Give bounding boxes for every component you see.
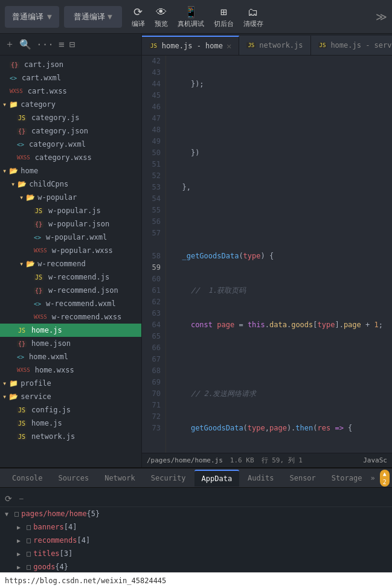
folder-profile[interactable]: ▾ 📁 profile bbox=[0, 377, 141, 390]
list-item[interactable]: {} cart.json bbox=[0, 58, 141, 71]
url-bar: https://blog.csdn.net/weixin_45824445 bbox=[0, 572, 392, 588]
preview-icon: 👁 bbox=[156, 5, 167, 18]
code-line bbox=[171, 216, 387, 228]
checkbox-icon: □ bbox=[27, 523, 31, 531]
appdata-item[interactable]: ▶ □ goods {4} bbox=[0, 560, 392, 572]
list-item[interactable]: WXSS w-recommend.wxss bbox=[0, 310, 141, 324]
list-item[interactable]: JS home.js bbox=[0, 417, 141, 430]
tab-home-js-home[interactable]: JS home.js - home ✕ bbox=[142, 36, 239, 55]
device-debug-button[interactable]: 📱 真机调试 bbox=[178, 5, 204, 28]
add-file-icon[interactable]: ＋ bbox=[5, 38, 14, 51]
tab-security[interactable]: Security bbox=[144, 470, 193, 487]
checkbox-icon: □ bbox=[27, 549, 31, 558]
chevron-down-icon: ▾ bbox=[2, 392, 7, 401]
chevron-right-icon: ▾ bbox=[2, 379, 7, 388]
code-line: }); bbox=[171, 78, 387, 90]
appdata-item[interactable]: ▶ □ titles [3] bbox=[0, 547, 392, 560]
json-icon: {} bbox=[17, 128, 27, 135]
appdata-item[interactable]: ▼ □ pages/home/home {5} bbox=[0, 507, 392, 520]
collapse-icon[interactable]: ⊟ bbox=[69, 39, 76, 50]
code-editor[interactable]: 42 43 44 45 46 47 48 49 50 51 52 53 54 5… bbox=[142, 56, 392, 453]
folder-w-recommend[interactable]: ▾ 📂 w-recommend bbox=[0, 257, 141, 270]
wxml-icon: <> bbox=[17, 354, 24, 360]
tab-console[interactable]: Console bbox=[5, 470, 50, 487]
checkbox-icon: □ bbox=[27, 536, 31, 545]
folder-service[interactable]: ▾ 📂 service bbox=[0, 390, 141, 403]
list-item[interactable]: <> w-recommend.wxml bbox=[0, 297, 141, 310]
clear-cache-label: 清缓存 bbox=[243, 19, 263, 28]
folder-open-icon: 📂 bbox=[9, 167, 18, 175]
folder-w-popular[interactable]: ▾ 📂 w-popular bbox=[0, 191, 141, 204]
list-item[interactable]: JS network.js bbox=[0, 430, 141, 443]
list-item[interactable]: {} w-recommend.json bbox=[0, 284, 141, 297]
appdata-item[interactable]: ▶ □ banners [4] bbox=[0, 520, 392, 534]
list-item[interactable]: <> category.wxml bbox=[0, 138, 141, 151]
refresh-icon[interactable]: ⟳ bbox=[5, 494, 12, 503]
file-tree-sidebar: ＋ 🔍 ··· ≡ ⊟ {} cart.json <> cart.wxml WX… bbox=[0, 34, 142, 467]
list-item[interactable]: <> w-popular.wxml bbox=[0, 231, 141, 244]
list-item[interactable]: WXSS cart.wxss bbox=[0, 85, 141, 98]
json-icon: {} bbox=[34, 221, 43, 228]
list-item[interactable]: JS category.js bbox=[0, 111, 141, 124]
cursor-position: 行 59, 列 1 bbox=[262, 456, 303, 465]
folder-icon: 📁 bbox=[9, 379, 18, 388]
folder-childCpns[interactable]: ▾ 📂 childCpns bbox=[0, 177, 141, 191]
clear-cache-button[interactable]: 🗂 清缓存 bbox=[243, 5, 263, 28]
toolbar: 普通编译 ▼ 普通编译 ▼ ⟳ 编译 👁 预览 📱 真机调试 ⊞ 切后台 🗂 清… bbox=[0, 0, 392, 34]
compile-label: 编译 bbox=[132, 19, 145, 28]
folder-home[interactable]: ▾ 📂 home bbox=[0, 164, 141, 177]
list-item[interactable]: {} w-popular.json bbox=[0, 217, 141, 231]
folder-open-icon: 📂 bbox=[9, 392, 18, 401]
preview-button[interactable]: 👁 预览 bbox=[155, 5, 168, 28]
url-text: https://blog.csdn.net/weixin_45824445 bbox=[5, 577, 166, 585]
more-options-icon[interactable]: ··· bbox=[36, 39, 54, 50]
list-item[interactable]: JS w-popular.js bbox=[0, 204, 141, 217]
more-tabs-icon[interactable]: » bbox=[370, 474, 374, 482]
compile-mode-selector[interactable]: 普通编译 ▼ bbox=[5, 6, 59, 28]
folder-category[interactable]: ▾ 📁 category bbox=[0, 98, 141, 111]
tab-security-label: Security bbox=[151, 474, 186, 482]
translation-selector[interactable]: 普通编译 ▼ bbox=[64, 6, 122, 28]
tab-sources[interactable]: Sources bbox=[51, 470, 97, 487]
list-item[interactable]: JS config.js bbox=[0, 403, 141, 417]
tab-network-js[interactable]: JS network.js bbox=[239, 36, 310, 55]
list-item[interactable]: <> cart.wxml bbox=[0, 71, 141, 85]
compile-button[interactable]: ⟳ 编译 bbox=[132, 5, 145, 28]
expand-icon[interactable]: ≫ bbox=[376, 10, 387, 23]
appdata-item[interactable]: ▶ □ recommends [4] bbox=[0, 534, 392, 547]
list-item[interactable]: WXSS home.wxss bbox=[0, 363, 141, 377]
toggle-icon: ▼ bbox=[5, 511, 12, 517]
tab-home-js-service[interactable]: JS home.js - service bbox=[311, 36, 392, 55]
file-home-js[interactable]: JS home.js bbox=[0, 324, 141, 337]
device-debug-label: 真机调试 bbox=[178, 19, 204, 28]
js-icon: JS bbox=[17, 420, 27, 427]
tab-appdata[interactable]: AppData bbox=[194, 470, 240, 487]
list-item[interactable]: {} home.json bbox=[0, 337, 141, 350]
tab-storage[interactable]: Storage bbox=[324, 470, 370, 487]
list-item[interactable]: {} category.json bbox=[0, 124, 141, 138]
list-item[interactable]: <> home.wxml bbox=[0, 350, 141, 363]
code-line: // 1.获取页码 bbox=[171, 285, 387, 296]
tab-network[interactable]: Network bbox=[97, 470, 143, 487]
wxss-icon: WXSS bbox=[34, 314, 47, 320]
tab-audits[interactable]: Audits bbox=[240, 470, 281, 487]
devtools-tabs-bar: Console Sources Network Security AppData… bbox=[0, 468, 392, 488]
tab-sensor[interactable]: Sensor bbox=[282, 470, 323, 487]
sort-icon[interactable]: ≡ bbox=[59, 39, 65, 50]
list-item[interactable]: WXSS category.wxss bbox=[0, 151, 141, 164]
json-icon: {} bbox=[10, 62, 19, 68]
js-icon: JS bbox=[17, 327, 27, 334]
list-item[interactable]: JS w-recommend.js bbox=[0, 270, 141, 284]
search-icon[interactable]: 🔍 bbox=[19, 39, 31, 50]
tab-close-icon[interactable]: ✕ bbox=[227, 42, 231, 50]
cut-back-button[interactable]: ⊞ 切后台 bbox=[214, 5, 234, 28]
appdata-panel: ⟳ — ▼ □ pages/home/home {5} ▶ □ banners … bbox=[0, 488, 392, 572]
tabs-bar: JS home.js - home ✕ JS network.js JS hom… bbox=[142, 34, 392, 56]
tab-label: home.js - home bbox=[162, 42, 223, 50]
code-line: const page = this.data.goods[type].page … bbox=[171, 319, 387, 331]
wxml-icon: <> bbox=[34, 301, 41, 307]
list-item[interactable]: WXSS w-popular.wxss bbox=[0, 244, 141, 257]
clear-cache-icon: 🗂 bbox=[248, 5, 259, 18]
js-icon: JS bbox=[34, 274, 43, 281]
tab-console-label: Console bbox=[12, 474, 43, 482]
